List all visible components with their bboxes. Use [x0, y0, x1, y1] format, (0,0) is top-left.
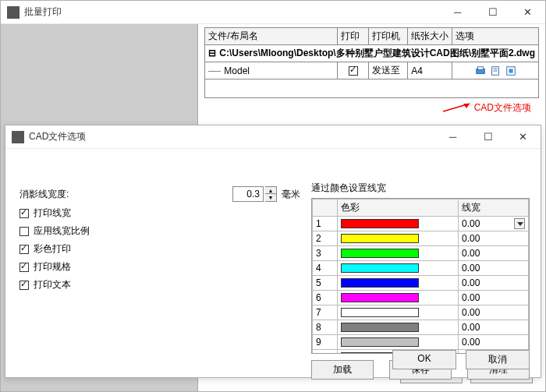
svg-rect-6: [509, 69, 512, 72]
line-width-cell[interactable]: 0.00: [459, 246, 529, 261]
dialog-maximize-button[interactable]: ☐: [470, 125, 505, 148]
color-row[interactable]: 90.00: [313, 335, 529, 350]
line-width-input[interactable]: 0.3: [232, 186, 264, 202]
line-width-cell[interactable]: 0.00: [459, 291, 529, 305]
line-width-cell[interactable]: 0.00: [459, 217, 529, 231]
color-swatch: [341, 308, 419, 317]
option-0[interactable]: 打印线宽: [20, 207, 300, 220]
color-row[interactable]: 40.00: [313, 261, 529, 276]
option-checkbox[interactable]: [20, 281, 29, 290]
table-empty-row: [205, 79, 539, 98]
option-checkbox[interactable]: [20, 227, 29, 236]
option-4[interactable]: 打印文本: [20, 278, 300, 291]
svg-rect-1: [477, 67, 483, 70]
option-label: 打印文本: [34, 278, 71, 291]
line-width-cell[interactable]: 0.00: [459, 261, 529, 276]
color-swatch: [341, 263, 419, 273]
layout-table: 文件/布局名 打印 打印机 纸张大小 选项 ⊟C:\Users\Mloong\D…: [204, 27, 539, 98]
dropdown-icon[interactable]: [514, 218, 525, 229]
file-row[interactable]: ⊟C:\Users\Mloong\Desktop\多种别墅户型建筑设计CAD图纸…: [205, 45, 539, 62]
cancel-button[interactable]: 取消: [466, 350, 530, 369]
color-swatch: [341, 293, 419, 302]
option-3[interactable]: 打印规格: [20, 260, 300, 274]
printer-icon[interactable]: [475, 65, 486, 76]
minimize-button[interactable]: ─: [440, 1, 475, 23]
svg-marker-8: [463, 104, 470, 108]
option-checkbox[interactable]: [20, 209, 29, 218]
color-swatch: [341, 337, 419, 347]
callout-label: CAD文件选项: [204, 101, 539, 115]
option-checkbox[interactable]: [20, 263, 29, 272]
option-label: 应用线宽比例: [34, 224, 90, 238]
cad-options-dialog: CAD文件选项 ─ ☐ ✕ 消影线宽度: 0.3 ▲▼ 毫米 打印线宽应用线宽比…: [5, 125, 541, 378]
color-row[interactable]: 80.00: [313, 320, 529, 335]
main-title: 批量打印: [24, 5, 440, 19]
load-button[interactable]: 加载: [311, 360, 374, 380]
line-width-cell[interactable]: 0.00: [459, 305, 529, 320]
line-width-cell[interactable]: 0.00: [459, 276, 529, 291]
layout-row[interactable]: Model 发送至 A4: [205, 62, 539, 79]
app-icon: [7, 6, 20, 19]
color-swatch: [341, 249, 419, 258]
color-row[interactable]: 60.00: [313, 291, 529, 305]
line-width-cell[interactable]: 0.00: [459, 231, 529, 246]
ok-button[interactable]: OK: [392, 350, 456, 369]
option-label: 打印线宽: [34, 207, 71, 220]
color-table[interactable]: 色彩 线宽 10.0020.0030.0040.0050.0060.0070.0…: [311, 198, 530, 354]
color-section-title: 通过颜色设置线宽: [311, 182, 530, 195]
color-row[interactable]: 50.00: [313, 276, 529, 291]
arrow-icon: [440, 102, 473, 115]
option-label: 打印规格: [34, 260, 71, 274]
options-icon[interactable]: [505, 65, 516, 76]
hidden-line-width-field: 消影线宽度: 0.3 ▲▼ 毫米: [20, 186, 300, 202]
table-header-row: 文件/布局名 打印 打印机 纸张大小 选项: [205, 28, 539, 45]
color-row[interactable]: 30.00: [313, 246, 529, 261]
color-swatch: [341, 234, 419, 243]
print-checkbox[interactable]: [349, 66, 358, 76]
option-2[interactable]: 彩色打印: [20, 242, 300, 256]
close-button[interactable]: ✕: [510, 1, 545, 23]
line-width-cell[interactable]: 0.00: [459, 335, 529, 350]
option-1[interactable]: 应用线宽比例: [20, 224, 300, 238]
main-titlebar: 批量打印 ─ ☐ ✕: [1, 1, 545, 24]
color-row[interactable]: 70.00: [313, 305, 529, 320]
option-checkbox[interactable]: [20, 245, 29, 254]
page-setup-icon[interactable]: [490, 65, 501, 76]
color-swatch: [341, 219, 419, 228]
color-row[interactable]: 20.00: [313, 231, 529, 246]
dialog-minimize-button[interactable]: ─: [435, 125, 470, 148]
dialog-title: CAD文件选项: [29, 130, 435, 143]
option-label: 彩色打印: [34, 242, 71, 256]
dialog-close-button[interactable]: ✕: [505, 125, 541, 148]
dialog-titlebar: CAD文件选项 ─ ☐ ✕: [5, 125, 541, 149]
line-width-stepper[interactable]: ▲▼: [265, 186, 277, 202]
color-swatch: [341, 278, 419, 288]
maximize-button[interactable]: ☐: [475, 1, 510, 23]
dialog-icon: [12, 131, 24, 143]
color-row[interactable]: 10.00: [313, 217, 529, 231]
line-width-cell[interactable]: 0.00: [459, 320, 529, 335]
color-swatch: [341, 323, 419, 332]
